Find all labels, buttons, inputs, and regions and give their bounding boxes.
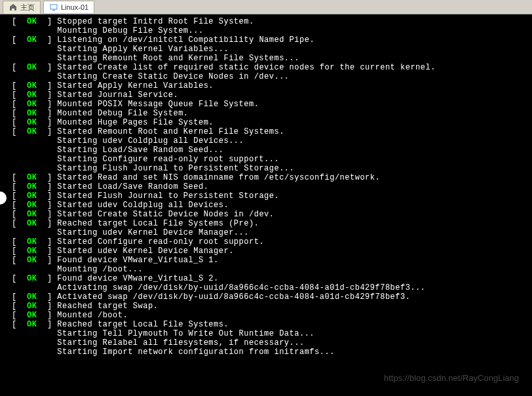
console-message: Found device VMware_Virtual_S 2. bbox=[57, 274, 218, 283]
console-line: [ OK ] Started udev Coldplug all Devices… bbox=[12, 201, 520, 210]
status-prefix: [ OK ] bbox=[12, 63, 57, 72]
status-prefix: [ OK ] bbox=[12, 127, 57, 136]
console-message: Reached target Swap. bbox=[57, 302, 158, 311]
status-prefix: [ OK ] bbox=[12, 247, 57, 256]
status-ok: OK bbox=[27, 100, 37, 109]
console-line: [ OK ] Mounted Debug File System. bbox=[12, 109, 520, 118]
console-line: Activating swap /dev/disk/by-uuid/8a966c… bbox=[12, 283, 520, 292]
console-message: Stopped target Initrd Root File System. bbox=[57, 17, 254, 26]
status-ok: OK bbox=[27, 201, 37, 210]
status-ok: OK bbox=[27, 127, 37, 136]
console-message: Started Load/Save Random Seed. bbox=[57, 182, 208, 191]
svg-rect-1 bbox=[52, 10, 55, 10]
console-message: Starting Load/Save Random Seed... bbox=[57, 146, 223, 155]
status-indent bbox=[12, 265, 57, 274]
console-line: [ OK ] Found device VMware_Virtual_S 2. bbox=[12, 274, 520, 283]
console-line: [ OK ] Reached target Local File Systems… bbox=[12, 320, 520, 329]
console-line: Starting Import network configuration fr… bbox=[12, 347, 520, 357]
status-prefix: [ OK ] bbox=[12, 109, 57, 118]
status-prefix: [ OK ] bbox=[12, 311, 57, 320]
console-message: Starting Relabel all filesystems, if nec… bbox=[57, 338, 304, 347]
console-message: Starting Create Static Device Nodes in /… bbox=[57, 72, 289, 81]
status-indent bbox=[12, 228, 57, 237]
status-prefix: [ OK ] bbox=[12, 191, 57, 201]
console-message: Starting Flush Journal to Persistent Sto… bbox=[57, 164, 294, 173]
status-indent bbox=[12, 347, 57, 357]
status-indent bbox=[12, 136, 57, 146]
status-ok: OK bbox=[27, 182, 37, 191]
console-line: [ OK ] Mounted POSIX Message Queue File … bbox=[12, 100, 520, 109]
console-message: Started Create list of required static d… bbox=[57, 63, 436, 72]
console-message: Activating swap /dev/disk/by-uuid/8a966c… bbox=[57, 283, 425, 292]
status-ok: OK bbox=[27, 210, 37, 219]
status-prefix: [ OK ] bbox=[12, 219, 57, 228]
console-output: [ OK ] Stopped target Initrd Root File S… bbox=[0, 14, 532, 359]
tab-linux[interactable]: Linux-01 bbox=[43, 1, 94, 13]
status-prefix: [ OK ] bbox=[12, 118, 57, 127]
console-message: Mounted /boot. bbox=[57, 311, 128, 320]
status-indent bbox=[12, 164, 57, 173]
console-message: Mounting Debug File System... bbox=[57, 26, 203, 35]
status-ok: OK bbox=[27, 320, 37, 329]
status-prefix: [ OK ] bbox=[12, 210, 57, 219]
console-message: Started Flush Journal to Persistent Stor… bbox=[57, 191, 279, 201]
status-ok: OK bbox=[27, 17, 37, 26]
status-ok: OK bbox=[27, 292, 37, 302]
console-message: Mounted Huge Pages File System. bbox=[57, 118, 214, 127]
console-message: Starting udev Kernel Device Manager... bbox=[57, 228, 249, 237]
console-line: [ OK ] Started Apply Kernel Variables. bbox=[12, 81, 520, 90]
console-line: [ OK ] Activated swap /dev/disk/by-uuid/… bbox=[12, 292, 520, 302]
status-ok: OK bbox=[27, 173, 37, 182]
status-indent bbox=[12, 283, 57, 292]
status-indent bbox=[12, 72, 57, 81]
tab-bar: 主页 Linux-01 bbox=[0, 0, 532, 14]
tab-home[interactable]: 主页 bbox=[3, 1, 41, 14]
console-line: Starting udev Coldplug all Devices... bbox=[12, 136, 520, 146]
console-message: Started Create Static Device Nodes in /d… bbox=[57, 210, 274, 219]
status-prefix: [ OK ] bbox=[12, 237, 57, 247]
status-prefix: [ OK ] bbox=[12, 100, 57, 109]
console-line: [ OK ] Found device VMware_Virtual_S 1. bbox=[12, 256, 520, 265]
console-message: Mounted POSIX Message Queue File System. bbox=[57, 100, 259, 109]
console-line: [ OK ] Started Create list of required s… bbox=[12, 63, 520, 72]
status-ok: OK bbox=[27, 35, 37, 45]
console-line: [ OK ] Started Read and set NIS domainna… bbox=[12, 173, 520, 182]
status-ok: OK bbox=[27, 109, 37, 118]
status-ok: OK bbox=[27, 302, 37, 311]
status-ok: OK bbox=[27, 118, 37, 127]
console-message: Activated swap /dev/disk/by-uuid/8a966c4… bbox=[57, 292, 410, 302]
console-message: Reached target Local File Systems (Pre). bbox=[57, 219, 259, 228]
console-message: Starting Import network configuration fr… bbox=[57, 347, 335, 357]
tab-home-label: 主页 bbox=[20, 3, 35, 12]
console-line: [ OK ] Started Remount Root and Kernel F… bbox=[12, 127, 520, 136]
status-prefix: [ OK ] bbox=[12, 256, 57, 265]
status-indent bbox=[12, 45, 57, 54]
status-ok: OK bbox=[27, 256, 37, 265]
console-line: [ OK ] Started udev Kernel Device Manage… bbox=[12, 247, 520, 256]
console-line: [ OK ] Listening on /dev/initctl Compati… bbox=[12, 35, 520, 45]
status-ok: OK bbox=[27, 90, 37, 100]
console-message: Mounted Debug File System. bbox=[57, 109, 188, 118]
console-message: Started udev Coldplug all Devices. bbox=[57, 201, 229, 210]
status-prefix: [ OK ] bbox=[12, 320, 57, 329]
console-message: Starting Apply Kernel Variables... bbox=[57, 45, 229, 54]
status-prefix: [ OK ] bbox=[12, 182, 57, 191]
console-message: Listening on /dev/initctl Compatibility … bbox=[57, 35, 314, 45]
status-ok: OK bbox=[27, 247, 37, 256]
console-message: Started Configure read-only root support… bbox=[57, 237, 264, 247]
console-line: Starting Create Static Device Nodes in /… bbox=[12, 72, 520, 81]
status-ok: OK bbox=[27, 237, 37, 247]
status-prefix: [ OK ] bbox=[12, 81, 57, 90]
status-prefix: [ OK ] bbox=[12, 292, 57, 302]
console-message: Starting Configure read-only root suppor… bbox=[57, 155, 279, 164]
console-message: Found device VMware_Virtual_S 1. bbox=[57, 256, 218, 265]
status-prefix: [ OK ] bbox=[12, 90, 57, 100]
console-message: Started Remount Root and Kernel File Sys… bbox=[57, 127, 284, 136]
console-message: Started udev Kernel Device Manager. bbox=[57, 247, 234, 256]
console-message: Starting Remount Root and Kernel File Sy… bbox=[57, 54, 299, 63]
console-line: [ OK ] Mounted /boot. bbox=[12, 311, 520, 320]
status-ok: OK bbox=[27, 191, 37, 201]
console-line: [ OK ] Started Create Static Device Node… bbox=[12, 210, 520, 219]
console-message: Mounting /boot... bbox=[57, 265, 143, 274]
status-prefix: [ OK ] bbox=[12, 17, 57, 26]
